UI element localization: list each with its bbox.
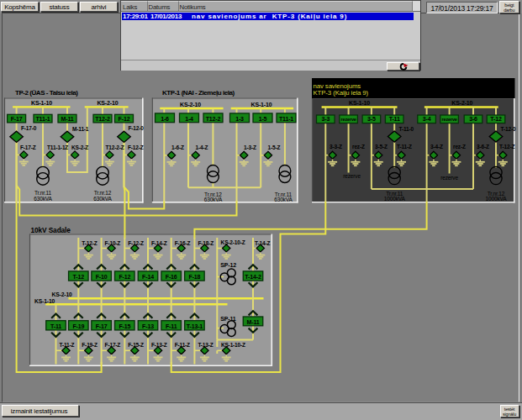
svg-text:Datums: Datums [149,3,171,11]
svg-text:17/01/2013: 17/01/2013 [150,13,182,20]
svg-text:Kopshēma: Kopshēma [4,3,35,11]
svg-text:arhivi: arhivi [92,3,107,11]
svg-text:Notikums: Notikums [180,3,206,11]
svg-text:17:29:01: 17:29:01 [123,13,148,20]
svg-text:darbu: darbu [504,8,514,13]
svg-text:nav savienojums ar KTP-3 (Kai: nav savienojums ar KTP-3 (Kaiļu iela 9) [192,13,347,20]
svg-text:17/01/2013 17:29:17: 17/01/2013 17:29:17 [430,4,493,13]
svg-text:Laiks: Laiks [123,3,138,11]
svg-text:signālu: signālu [503,412,516,417]
svg-text:statuss: statuss [50,3,70,11]
svg-text:izmainit iestatijumus: izmainit iestatijumus [11,407,68,415]
